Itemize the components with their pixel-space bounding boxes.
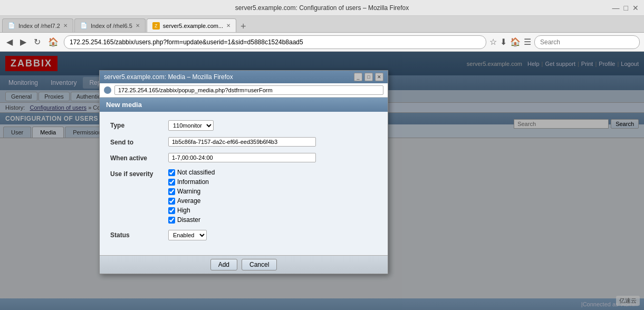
- inner-restore-btn[interactable]: □: [364, 73, 373, 81]
- restore-icon[interactable]: □: [624, 4, 628, 12]
- when-active-input[interactable]: [168, 153, 316, 162]
- severity-warning-label: Warning: [177, 188, 200, 195]
- send-to-label: Send to: [110, 137, 168, 146]
- modal-header: New media: [100, 98, 388, 112]
- address-bar: ◀ ▶ ↻ 🏠 ☆ ⬇ 🏠 ☰: [0, 33, 644, 52]
- status-field: Enabled Disabled: [168, 230, 377, 240]
- close-icon[interactable]: ✕: [632, 4, 639, 12]
- inner-minimize-btn[interactable]: _: [354, 73, 362, 81]
- type-field: 110monitor: [168, 120, 377, 131]
- zabbix-page: ZABBIX server5.example.com Help | Get su…: [0, 52, 644, 310]
- forward-button[interactable]: ▶: [18, 36, 28, 48]
- browser-titlebar: server5.example.com: Configuration of us…: [0, 0, 644, 16]
- new-tab-button[interactable]: +: [237, 21, 249, 32]
- tab-server5[interactable]: Z server5.example.com... ✕: [147, 18, 236, 32]
- severity-information[interactable]: Information: [168, 178, 377, 186]
- severity-label: Use if severity: [110, 169, 168, 178]
- inner-close-btn[interactable]: ✕: [375, 73, 383, 81]
- severity-checkboxes: Not classified Information Warning: [168, 169, 377, 224]
- type-label: Type: [110, 120, 168, 129]
- cancel-button[interactable]: Cancel: [242, 259, 277, 270]
- back-button[interactable]: ◀: [4, 36, 15, 48]
- modal-content: New media Type 110monitor Send to: [100, 98, 388, 274]
- severity-disaster-label: Disaster: [177, 216, 200, 224]
- when-active-field: [168, 153, 377, 162]
- severity-average-label: Average: [177, 197, 200, 205]
- minimize-icon[interactable]: —: [612, 4, 620, 12]
- browser-controls[interactable]: — □ ✕: [612, 4, 639, 12]
- form-row-when-active: When active: [110, 153, 377, 162]
- checkbox-average[interactable]: [168, 198, 175, 205]
- checkbox-warning[interactable]: [168, 188, 175, 195]
- tab-label: Index of /rhel6.5: [91, 23, 132, 29]
- severity-not-classified[interactable]: Not classified: [168, 169, 377, 176]
- menu-icon[interactable]: ☰: [524, 37, 531, 47]
- severity-high[interactable]: High: [168, 207, 377, 214]
- inner-window-controls: _ □ ✕: [354, 73, 383, 81]
- status-select[interactable]: Enabled Disabled: [168, 230, 207, 240]
- checkbox-not-classified[interactable]: [168, 169, 175, 176]
- status-label: Status: [110, 230, 168, 239]
- download-icon[interactable]: ⬇: [500, 37, 507, 47]
- tab-close-icon[interactable]: ✕: [63, 23, 68, 28]
- tab-label: server5.example.com...: [163, 23, 223, 29]
- tab-favicon: 📄: [80, 22, 88, 29]
- send-to-field: [168, 137, 377, 147]
- home-toolbar-icon[interactable]: 🏠: [510, 37, 521, 47]
- form-row-status: Status Enabled Disabled: [110, 230, 377, 240]
- browser-search-input[interactable]: [534, 35, 640, 49]
- checkbox-high[interactable]: [168, 207, 175, 214]
- tab-favicon: 📄: [8, 22, 15, 29]
- browser-tabs: 📄 Index of /rhel7.2 ✕ 📄 Index of /rhel6.…: [0, 16, 644, 33]
- bookmark-icon[interactable]: ☆: [489, 37, 497, 47]
- inner-url-icon: [104, 86, 111, 94]
- checkbox-disaster[interactable]: [168, 217, 175, 224]
- severity-warning[interactable]: Warning: [168, 188, 377, 195]
- tab-rhel65[interactable]: 📄 Index of /rhel6.5 ✕: [74, 18, 146, 32]
- url-bar[interactable]: [64, 35, 486, 49]
- modal-footer: Add Cancel: [100, 255, 388, 274]
- severity-information-label: Information: [177, 178, 209, 186]
- severity-average[interactable]: Average: [168, 197, 377, 205]
- add-button[interactable]: Add: [210, 259, 237, 270]
- modal-body: Type 110monitor Send to: [100, 112, 388, 255]
- inner-titlebar: server5.example.com: Media – Mozilla Fir…: [100, 71, 388, 83]
- tab-close-icon[interactable]: ✕: [136, 23, 140, 28]
- severity-disaster[interactable]: Disaster: [168, 216, 377, 224]
- tab-close-icon[interactable]: ✕: [226, 23, 230, 28]
- refresh-button[interactable]: ↻: [32, 36, 43, 48]
- when-active-label: When active: [110, 153, 168, 162]
- home-button[interactable]: 🏠: [46, 36, 61, 48]
- inner-browser-window: server5.example.com: Media – Mozilla Fir…: [99, 70, 388, 274]
- severity-not-classified-label: Not classified: [177, 169, 215, 176]
- inner-browser-title: server5.example.com: Media – Mozilla Fir…: [104, 73, 233, 81]
- toolbar-icons: ☆ ⬇ 🏠 ☰: [489, 37, 531, 47]
- severity-high-label: High: [177, 207, 190, 214]
- inner-url-input[interactable]: [114, 85, 383, 95]
- tab-rhel72[interactable]: 📄 Index of /rhel7.2 ✕: [2, 18, 73, 32]
- type-select[interactable]: 110monitor: [168, 120, 214, 131]
- inner-address-bar: [100, 83, 388, 98]
- checkbox-information[interactable]: [168, 179, 175, 186]
- send-to-input[interactable]: [168, 137, 316, 147]
- form-row-send-to: Send to: [110, 137, 377, 147]
- tab-favicon: Z: [152, 22, 160, 30]
- tab-label: Index of /rhel7.2: [18, 23, 60, 29]
- browser-title: server5.example.com: Configuration of us…: [235, 4, 409, 12]
- browser-window: server5.example.com: Configuration of us…: [0, 0, 644, 52]
- form-row-type: Type 110monitor: [110, 120, 377, 131]
- modal-overlay: server5.example.com: Media – Mozilla Fir…: [0, 52, 644, 310]
- form-row-severity: Use if severity Not classified Informati…: [110, 169, 377, 224]
